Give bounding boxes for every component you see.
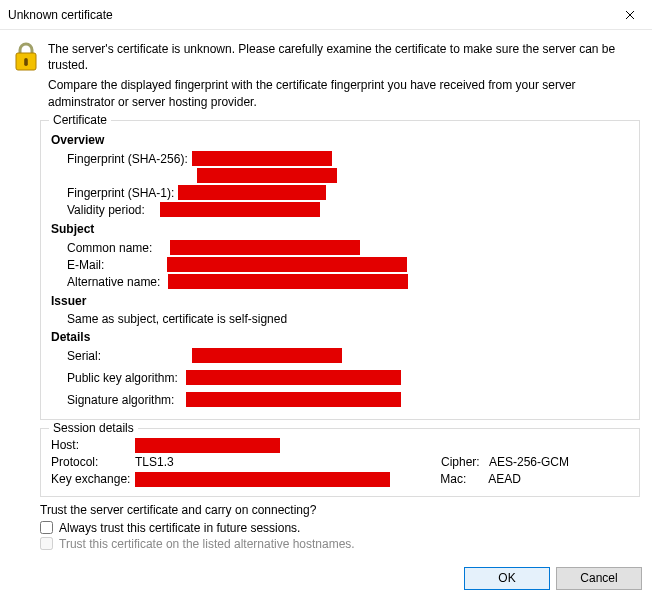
sigalg-label: Signature algorithm:: [67, 393, 178, 407]
cipher-value: AES-256-GCM: [489, 455, 569, 469]
window-title: Unknown certificate: [8, 8, 607, 22]
warning-row: The server's certificate is unknown. Ple…: [12, 40, 640, 114]
session-group: Session details Host: Protocol: TLS1.3 C…: [40, 428, 640, 497]
always-trust-checkbox[interactable]: [40, 521, 53, 534]
cipher-label: Cipher:: [441, 455, 489, 469]
altname-value: [168, 274, 408, 289]
fingerprint-sha256-value-2: [197, 168, 337, 183]
altnames-trust-label: Trust this certificate on the listed alt…: [59, 537, 355, 551]
protocol-value: TLS1.3: [135, 455, 174, 469]
certificate-group: Certificate Overview Fingerprint (SHA-25…: [40, 120, 640, 420]
details-heading: Details: [51, 330, 629, 344]
certificate-legend: Certificate: [49, 113, 111, 127]
warning-text: The server's certificate is unknown. Ple…: [48, 40, 640, 114]
common-name-label: Common name:: [67, 241, 156, 255]
lock-icon: [12, 40, 40, 74]
validity-value: [160, 202, 320, 217]
serial-value: [192, 348, 342, 363]
always-trust-label: Always trust this certificate in future …: [59, 521, 300, 535]
warning-line-1: The server's certificate is unknown. Ple…: [48, 41, 640, 73]
keyexchange-label: Key exchange:: [51, 472, 135, 486]
always-trust-checkbox-row[interactable]: Always trust this certificate in future …: [40, 521, 640, 535]
fingerprint-sha1-value: [178, 185, 326, 200]
serial-label: Serial:: [67, 349, 105, 363]
subject-heading: Subject: [51, 222, 629, 236]
host-label: Host:: [51, 438, 135, 452]
fingerprint-sha256-label: Fingerprint (SHA-256):: [67, 152, 192, 166]
host-value: [135, 438, 280, 453]
mac-label: Mac:: [440, 472, 488, 486]
pubkey-value: [186, 370, 401, 385]
pubkey-label: Public key algorithm:: [67, 371, 182, 385]
common-name-value: [170, 240, 360, 255]
ok-button[interactable]: OK: [464, 567, 550, 590]
trust-question: Trust the server certificate and carry o…: [40, 503, 640, 517]
session-legend: Session details: [49, 421, 138, 435]
fingerprint-sha1-label: Fingerprint (SHA-1):: [67, 186, 178, 200]
titlebar: Unknown certificate: [0, 0, 652, 30]
svg-rect-1: [24, 58, 28, 66]
validity-label: Validity period:: [67, 203, 149, 217]
button-row: OK Cancel: [0, 561, 652, 598]
close-icon: [625, 10, 635, 20]
mac-value: AEAD: [488, 472, 521, 486]
warning-line-2: Compare the displayed fingerprint with t…: [48, 77, 640, 109]
overview-heading: Overview: [51, 133, 629, 147]
issuer-heading: Issuer: [51, 294, 629, 308]
protocol-label: Protocol:: [51, 455, 135, 469]
altnames-trust-checkbox: [40, 537, 53, 550]
close-button[interactable]: [607, 0, 652, 30]
email-label: E-Mail:: [67, 258, 108, 272]
fingerprint-sha256-value: [192, 151, 332, 166]
altname-label: Alternative name:: [67, 275, 164, 289]
sigalg-value: [186, 392, 401, 407]
cancel-button[interactable]: Cancel: [556, 567, 642, 590]
email-value: [167, 257, 407, 272]
keyexchange-value: [135, 472, 390, 487]
altnames-trust-checkbox-row: Trust this certificate on the listed alt…: [40, 537, 640, 551]
issuer-note: Same as subject, certificate is self-sig…: [67, 312, 629, 326]
